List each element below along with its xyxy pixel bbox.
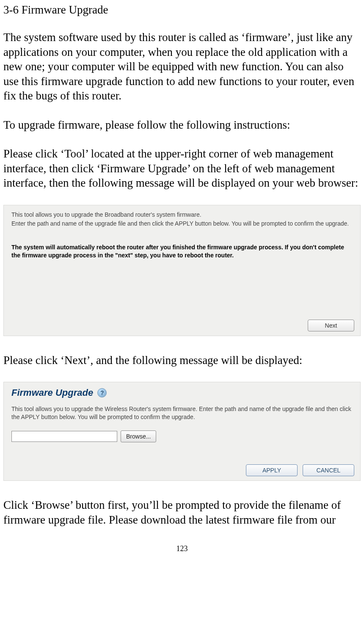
paragraph-step-1: Please click ‘Tool’ located at the upper…: [3, 146, 361, 190]
paragraph-intro: The system software used by this router …: [3, 30, 361, 103]
next-button[interactable]: Next: [308, 320, 354, 331]
shot2-button-row: APPLY CANCEL: [246, 464, 354, 476]
firmware-file-input[interactable]: [11, 431, 117, 442]
browse-button[interactable]: Browse...: [121, 430, 156, 442]
paragraph-step-2: Please click ‘Next’, and the following m…: [3, 353, 361, 368]
section-heading: 3-6 Firmware Upgrade: [3, 3, 361, 17]
apply-button[interactable]: APPLY: [246, 464, 298, 476]
file-chooser-row: Browse...: [11, 430, 353, 442]
shot1-warning-text: The system will automatically reboot the…: [11, 243, 353, 259]
paragraph-instructions-lead: To upgrade firmware, please follow the f…: [3, 118, 361, 132]
cancel-button[interactable]: CANCEL: [303, 464, 354, 476]
help-icon[interactable]: ?: [97, 388, 107, 397]
shot1-text-line2: Enter the path and name of the upgrade f…: [11, 220, 353, 227]
shot1-text-line1: This tool allows you to upgrade the Broa…: [11, 211, 353, 218]
shot2-title: Firmware Upgrade: [11, 387, 93, 398]
shot2-description: This tool allows you to upgrade the Wire…: [11, 405, 353, 421]
shot2-title-row: Firmware Upgrade ?: [11, 387, 353, 398]
page-number: 123: [3, 544, 361, 553]
screenshot-firmware-intro: This tool allows you to upgrade the Broa…: [3, 205, 361, 336]
paragraph-step-3: Click ‘Browse’ button first, you’ll be p…: [3, 498, 361, 527]
document-page: 3-6 Firmware Upgrade The system software…: [0, 0, 364, 566]
screenshot-firmware-upgrade-form: Firmware Upgrade ? This tool allows you …: [3, 382, 361, 481]
